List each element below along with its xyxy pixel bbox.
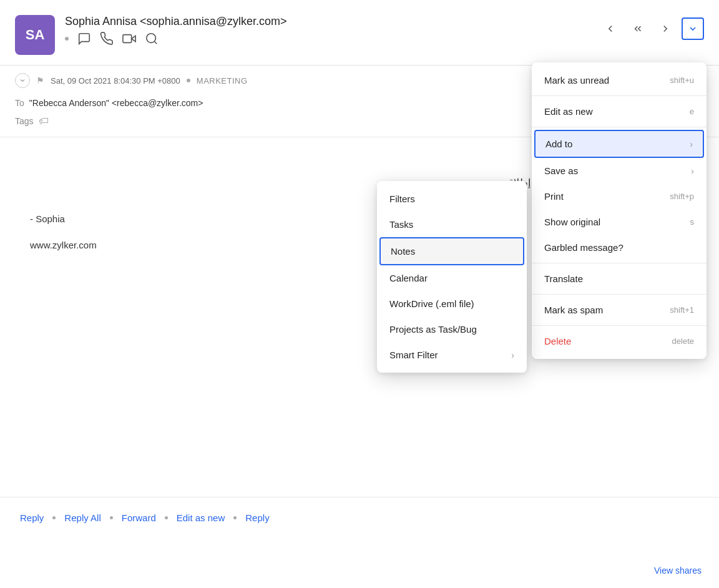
- svg-point-2: [147, 34, 156, 43]
- arrow-add-to: ›: [690, 139, 693, 149]
- menu-item-print[interactable]: Print shift+p: [532, 184, 707, 209]
- divider4: [532, 294, 707, 295]
- submenu-add-to: Filters Tasks Notes Calendar WorkDrive (…: [377, 181, 527, 373]
- menu-label-edit-as-new: Edit as new: [544, 106, 593, 117]
- menu-item-save-as[interactable]: Save as ›: [532, 158, 707, 184]
- submenu-label-workdrive: WorkDrive (.eml file): [389, 298, 474, 309]
- submenu-label-smart-filter: Smart Filter: [389, 350, 438, 360]
- footer-dot1: [52, 516, 56, 519]
- svg-rect-1: [123, 35, 132, 43]
- menu-label-save-as: Save as: [544, 165, 578, 176]
- reply-more-button[interactable]: Reply: [245, 507, 269, 528]
- shortcut-show-original: s: [690, 217, 695, 227]
- submenu-label-calendar: Calendar: [389, 273, 428, 283]
- video-icon[interactable]: [122, 32, 136, 46]
- menu-label-mark-unread: Mark as unread: [544, 75, 609, 86]
- footer-dot2: [110, 516, 113, 519]
- submenu-label-notes: Notes: [391, 246, 415, 257]
- context-menu: Mark as unread shift+u Edit as new e Add…: [532, 62, 707, 359]
- menu-item-mark-spam[interactable]: Mark as spam shift+1: [532, 297, 707, 323]
- search-icon[interactable]: [145, 32, 159, 46]
- email-footer: Reply Reply All Forward Edit as new Repl…: [0, 497, 719, 538]
- tags-label: Tags: [15, 116, 34, 126]
- shortcut-mark-spam: shift+1: [670, 305, 694, 315]
- submenu-label-filters: Filters: [389, 194, 415, 204]
- marketing-label: MARKETING: [197, 76, 248, 86]
- menu-label-mark-spam: Mark as spam: [544, 305, 603, 315]
- submenu-item-filters[interactable]: Filters: [377, 186, 527, 212]
- menu-item-show-original[interactable]: Show original s: [532, 209, 707, 235]
- submenu-item-notes[interactable]: Notes: [379, 237, 524, 265]
- submenu-item-tasks[interactable]: Tasks: [377, 212, 527, 237]
- forward-button[interactable]: Forward: [122, 507, 156, 528]
- chat-icon[interactable]: [77, 32, 91, 46]
- menu-label-delete: Delete: [544, 336, 571, 346]
- menu-item-garbled[interactable]: Garbled message?: [532, 235, 707, 260]
- email-container: SA Sophia Annisa <sophia.annisa@zylker.c…: [0, 0, 719, 588]
- menu-item-add-to[interactable]: Add to ›: [534, 130, 704, 158]
- arrow-smart-filter: ›: [511, 350, 514, 360]
- svg-marker-0: [132, 36, 135, 41]
- arrow-save-as: ›: [691, 166, 694, 176]
- divider2: [532, 127, 707, 127]
- submenu-item-smart-filter[interactable]: Smart Filter ›: [377, 342, 527, 368]
- menu-label-translate: Translate: [544, 273, 583, 284]
- reply-button[interactable]: Reply: [20, 507, 44, 528]
- to-label: To: [15, 98, 24, 108]
- menu-item-mark-unread[interactable]: Mark as unread shift+u: [532, 67, 707, 93]
- menu-label-add-to: Add to: [545, 139, 572, 149]
- divider5: [532, 325, 707, 326]
- to-address: "Rebecca Anderson" <rebecca@zylker.com>: [29, 98, 203, 108]
- view-shares-link[interactable]: View shares: [654, 566, 702, 576]
- submenu-item-workdrive[interactable]: WorkDrive (.eml file): [377, 291, 527, 316]
- menu-item-translate[interactable]: Translate: [532, 266, 707, 292]
- email-date: Sat, 09 Oct 2021 8:04:30 PM +0800: [51, 76, 180, 86]
- footer-dot4: [233, 516, 237, 519]
- submenu-item-calendar[interactable]: Calendar: [377, 265, 527, 291]
- back-button[interactable]: [599, 17, 622, 40]
- reply-all-button[interactable]: Reply All: [64, 507, 100, 528]
- collapse-button[interactable]: [15, 73, 30, 88]
- divider3: [532, 263, 707, 263]
- sender-actions: [65, 32, 287, 46]
- sender-name: Sophia Annisa <sophia.annisa@zylker.com>: [65, 15, 287, 28]
- phone-icon[interactable]: [100, 32, 114, 46]
- shortcut-mark-unread: shift+u: [670, 76, 694, 85]
- meta-dot: [187, 79, 190, 82]
- shortcut-edit-as-new: e: [690, 107, 694, 116]
- dot-separator: [65, 37, 69, 41]
- shortcut-print: shift+p: [670, 192, 694, 201]
- shortcut-delete: delete: [672, 336, 694, 346]
- menu-label-print: Print: [544, 191, 564, 202]
- flag-icon: ⚑: [36, 76, 44, 86]
- menu-item-delete[interactable]: Delete delete: [532, 328, 707, 354]
- divider1: [532, 96, 707, 96]
- footer-dot3: [165, 516, 168, 519]
- avatar: SA: [15, 15, 55, 55]
- svg-line-3: [154, 41, 157, 44]
- more-options-button[interactable]: [682, 17, 704, 40]
- email-header: SA Sophia Annisa <sophia.annisa@zylker.c…: [0, 0, 719, 66]
- submenu-item-projects[interactable]: Projects as Task/Bug: [377, 316, 527, 342]
- menu-item-edit-as-new[interactable]: Edit as new e: [532, 99, 707, 124]
- forward-nav-button[interactable]: [654, 17, 677, 40]
- menu-label-show-original: Show original: [544, 217, 600, 227]
- submenu-label-projects: Projects as Task/Bug: [389, 324, 477, 335]
- double-back-button[interactable]: [627, 17, 649, 40]
- submenu-label-tasks: Tasks: [389, 219, 413, 230]
- sender-info: Sophia Annisa <sophia.annisa@zylker.com>: [65, 15, 287, 46]
- tag-icon: 🏷: [39, 115, 49, 127]
- edit-as-new-button[interactable]: Edit as new: [177, 507, 225, 528]
- menu-label-garbled: Garbled message?: [544, 242, 624, 253]
- header-left: SA Sophia Annisa <sophia.annisa@zylker.c…: [15, 15, 287, 55]
- header-right: [599, 17, 704, 40]
